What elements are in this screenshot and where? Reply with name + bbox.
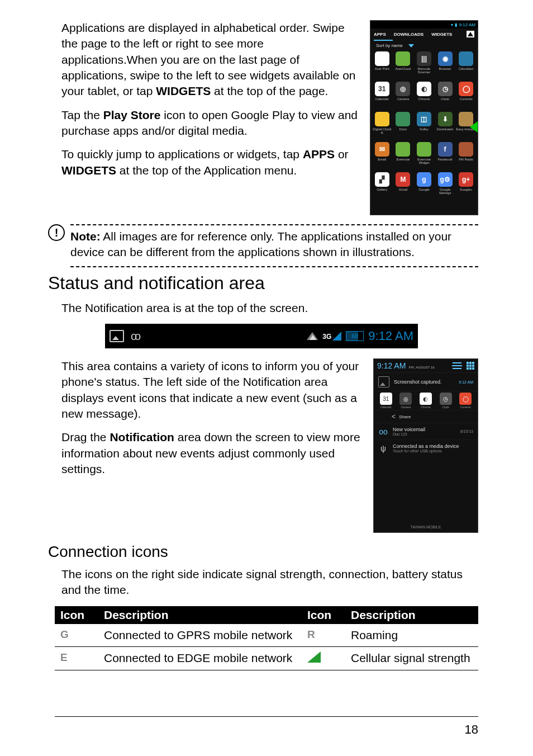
status-bar-strip: oo 3G 68 9:12 AM <box>105 324 418 348</box>
settings-slider-icon <box>452 365 462 366</box>
voicemail-title: New voicemail <box>393 427 456 432</box>
qs-icon: 31 <box>380 393 392 405</box>
app-icon: ◉ <box>438 51 453 66</box>
app-cell: ◎Camera <box>393 82 414 112</box>
app-icon <box>417 142 431 157</box>
app-cell: Evernote <box>393 142 414 172</box>
app-icon: ◐ <box>417 82 431 96</box>
icon-signal <box>302 646 345 670</box>
connection-icons-table: Icon Description Icon Description G Conn… <box>55 606 478 670</box>
network-type-label: 3G <box>322 333 331 341</box>
desc-edge: Connected to EDGE mobile network <box>98 646 302 670</box>
screenshot-notif: Screenshot captured. <box>394 379 454 385</box>
app-cell: g⚙Google Settings <box>435 172 456 202</box>
app-label: Google+ <box>460 188 473 191</box>
paragraph-apps-order: Applications are displayed in alphabetic… <box>61 20 361 100</box>
app-label: Dolby <box>420 127 428 131</box>
app-icon <box>396 51 410 66</box>
app-cell: ◯Currents <box>455 82 477 112</box>
app-cell: ▞Gallery <box>372 172 393 202</box>
app-cell: ✉Email <box>372 142 393 172</box>
icon-gprs: G <box>55 624 98 647</box>
app-icon: ◷ <box>438 82 453 96</box>
usb-sub: Touch for other USB options. <box>393 449 473 453</box>
th-icon-1: Icon <box>55 606 98 624</box>
qs-cell: ◷Clock <box>436 393 456 409</box>
app-label: Evernote <box>396 158 410 161</box>
heading-connection-icons: Connection icons <box>48 543 478 561</box>
icon-edge: E <box>55 646 98 670</box>
qs-label: Camera <box>401 405 411 409</box>
app-label: Evernote Widget <box>413 158 435 164</box>
app-label: Calculator <box>459 67 474 70</box>
app-icon: g+ <box>459 172 473 187</box>
status-time: 9:12 AM <box>368 329 413 343</box>
tab-apps: APPS <box>374 32 386 37</box>
app-drawer-screenshot: ▾ ▮ 9:12 AM APPS DOWNLOADS WIDGETS Sort … <box>370 20 478 215</box>
app-cell: ◫Dolby <box>413 112 435 142</box>
shop-icon <box>467 31 474 37</box>
app-label: Downloads <box>437 127 454 131</box>
app-label: Browser <box>439 67 451 70</box>
app-label: Digital Clock & <box>372 127 393 134</box>
app-label: Docs <box>399 127 407 131</box>
app-cell: 31Calendar <box>372 82 393 112</box>
voicemail-sub: Dial 123 <box>393 432 456 436</box>
app-icon: ◫ <box>417 112 431 126</box>
app-icon <box>375 112 389 126</box>
app-cell: ⬇Downloads <box>435 112 456 142</box>
app-label: Currents <box>460 97 473 101</box>
voicemail-notif-icon: oo <box>378 427 388 436</box>
paragraph-icons-variety: This area contains a variety of icons to… <box>61 358 364 422</box>
screenshot-notif-icon <box>378 376 389 388</box>
app-icon: 31 <box>375 82 389 96</box>
desc-roaming: Roaming <box>345 624 478 647</box>
app-label: Gallery <box>377 188 387 191</box>
app-icon: f <box>438 142 453 157</box>
app-cell: g+Google+ <box>455 172 477 202</box>
app-label: Clock <box>441 97 449 101</box>
qs-label: Clock <box>442 405 449 409</box>
swipe-arrow-icon <box>470 121 478 133</box>
app-cell: Docs <box>393 112 414 142</box>
app-icon: ◎ <box>396 82 410 96</box>
qs-label: Calendar <box>380 405 392 409</box>
icon-roaming: R <box>302 624 345 647</box>
notification-shade-screenshot: 9:12 AM FRI, AUGUST 16 Screenshot captur… <box>373 358 478 533</box>
app-cell: MGmail <box>393 172 414 202</box>
app-icon: g <box>417 172 431 187</box>
app-icon: M <box>396 172 410 187</box>
app-cell: Acer Print <box>372 51 393 82</box>
app-label: Barcode Scanner <box>413 67 435 74</box>
qs-icon: ◷ <box>440 393 452 405</box>
battery-icon: 68 <box>346 331 364 341</box>
paragraph-play-store: Tap the Play Store icon to open Google P… <box>61 107 361 139</box>
share-icon: < <box>392 413 396 420</box>
app-cell: ◷Clock <box>435 82 456 112</box>
wifi-icon <box>307 332 318 340</box>
sort-by-name: Sort by name <box>376 43 403 48</box>
app-label: AcerCloud <box>395 67 411 70</box>
share-label: Share <box>399 414 411 419</box>
signal-bars-icon <box>332 332 341 341</box>
tab-widgets: WIDGETS <box>431 32 452 37</box>
app-label: Facebook <box>437 158 452 161</box>
qs-icon: ◐ <box>420 393 432 405</box>
app-cell: ◐Chrome <box>413 82 435 112</box>
screenshot-icon <box>110 330 124 342</box>
app-label: Google Settings <box>435 188 456 195</box>
heading-status-area: Status and notification area <box>48 273 478 294</box>
quick-settings-grid-icon <box>467 362 474 370</box>
footer-rule <box>55 716 478 717</box>
qs-label: Currents <box>460 405 471 409</box>
app-icon <box>396 112 410 126</box>
app-cell: fFacebook <box>435 142 456 172</box>
qs-cell: ◐Chrome <box>416 393 436 409</box>
app-cell: |||Barcode Scanner <box>413 51 435 82</box>
shade-time: 9:12 AM <box>377 361 406 370</box>
qs-icon: ◯ <box>459 393 472 405</box>
qs-icon: ◎ <box>399 393 412 405</box>
paragraph-conn-icons: The icons on the right side indicate sig… <box>61 566 478 598</box>
app-icon <box>459 51 473 66</box>
app-icon: ✉ <box>375 142 389 157</box>
